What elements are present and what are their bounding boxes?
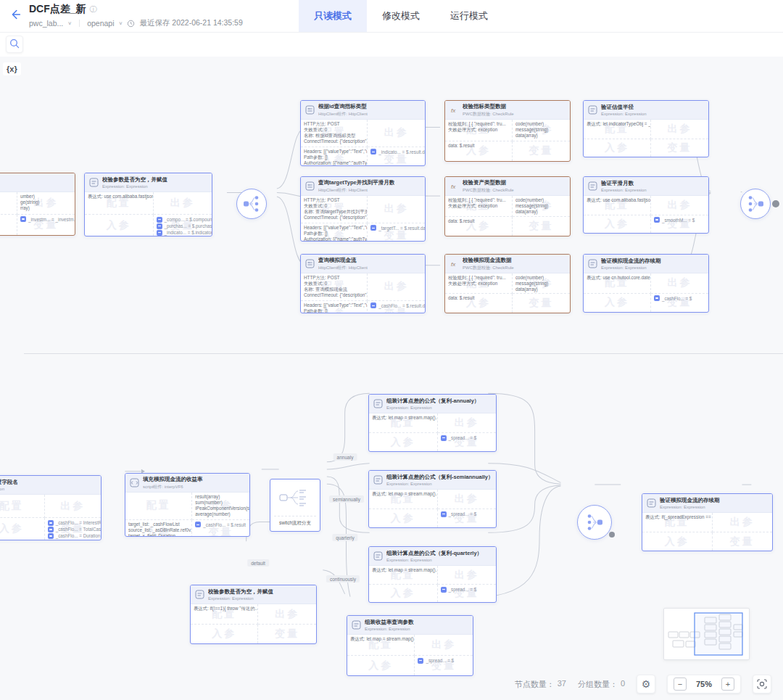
last-saved-text: 最近保存 2022-06-21 14:35:59 bbox=[139, 18, 242, 28]
flow-node-partial-top-left[interactable]: fx 配置出参umber)ge(string)rray)入参变量_investm… bbox=[0, 173, 75, 236]
settings-button[interactable]: ⚙ bbox=[637, 675, 655, 693]
zoom-control: − 75% + bbox=[667, 675, 741, 693]
node-cell-bl: 入参 bbox=[85, 215, 154, 236]
node-cell-tl: 配置表达式: let indicatorTypeObj = _i... bbox=[584, 120, 651, 139]
variable-row: _spread... = $ bbox=[418, 657, 470, 664]
watermark-label: 入参 bbox=[369, 585, 437, 602]
node-config-line: 表达式: use cn.hutool.core.date... bbox=[587, 275, 647, 281]
tab-mode-2[interactable]: 运行模式 bbox=[435, 0, 503, 32]
node-title: 校验参数是否为空，并赋值 bbox=[102, 176, 167, 184]
minimap[interactable] bbox=[663, 608, 750, 660]
flow-node-check-params-top[interactable]: 校验参数是否为空，并赋值 Expression: Expression 配置表达… bbox=[84, 173, 212, 236]
node-cell-tr: 出参 bbox=[438, 490, 497, 509]
node-cell-tr: 出参 bbox=[713, 513, 772, 532]
tab-mode-0[interactable]: 只读模式 bbox=[299, 0, 367, 32]
flow-node-formula-semiannually[interactable]: 组装计算点差的公式（复利-semiannually） Expression: E… bbox=[368, 470, 497, 528]
flow-node-fill-yield[interactable]: 填充模拟现金流的收益率 script组件: interpVF6 配置出参resu… bbox=[125, 473, 250, 537]
header: DCF点差_新 ⓘ pwc_lab... ∨ openapi ∨ 最近保存 20… bbox=[0, 0, 783, 33]
node-header: fx 校验模拟现金流数据 PWC数据校验: CheckRule bbox=[445, 255, 570, 273]
workspace-select[interactable]: pwc_lab... bbox=[29, 19, 63, 28]
node-header: 填充模拟现金流的收益率 script组件: interpVF6 bbox=[125, 474, 249, 493]
gear-icon: ⚙ bbox=[642, 679, 651, 689]
flow-node-check-asset[interactable]: fx 校验资产类型数据 PWC数据校验: CheckRule 配置校验规则: [… bbox=[444, 176, 571, 236]
node-header: 验证平滑月数 Expression: Expression bbox=[584, 177, 708, 196]
flow-node-assemble-query[interactable]: 组装收益率查询参数 Expression: Expression 配置表达式: … bbox=[347, 615, 473, 676]
variable-chip-icon bbox=[195, 522, 201, 527]
node-cell-bl: 入参 bbox=[584, 139, 651, 157]
api-select[interactable]: openapi bbox=[87, 19, 114, 28]
tab-mode-1[interactable]: 修改模式 bbox=[367, 0, 435, 32]
node-header: 根据id查询指标类型 HttpClient组件: HttpClient bbox=[301, 101, 425, 120]
zoom-in-button[interactable]: + bbox=[721, 678, 734, 691]
flow-node-check-indicator[interactable]: fx 校验指标类型数据 PWC数据校验: CheckRule 配置校验规则: [… bbox=[444, 100, 571, 162]
flow-canvas[interactable]: {x} fx 配置出参umber)ge(string)rray)入参变量_inv… bbox=[0, 57, 783, 700]
variable-chip-icon bbox=[441, 435, 447, 441]
node-config-line: Headers: [{"valueType":"Text","n... bbox=[304, 302, 364, 308]
junction-split-top[interactable] bbox=[236, 189, 267, 219]
variables-panel-button[interactable]: {x} bbox=[3, 62, 21, 75]
node-config-line: ConnectTimeout: {"description"... bbox=[304, 292, 364, 298]
chevron-down-icon: ∨ bbox=[67, 20, 72, 25]
flow-node-check-simcashflow[interactable]: fx 校验模拟现金流数据 PWC数据校验: CheckRule 配置校验规则: … bbox=[444, 254, 571, 313]
flow-node-verify-smooth[interactable]: 验证平滑月数 Expression: Expression 配置表达式: use… bbox=[583, 176, 709, 234]
node-cell-br: 变量_spread... = $ bbox=[438, 509, 497, 527]
node-config-line: 失败处理方式: exception bbox=[448, 203, 509, 209]
node-header: 验证模拟现金流的存续期 Expression: Expression bbox=[584, 255, 708, 273]
flow-node-http-cashflow[interactable]: 查询模拟现金流 HttpClient组件: HttpClient 配置HTTP方… bbox=[300, 254, 426, 313]
watermark-label: 入参 bbox=[369, 433, 437, 451]
flow-node-verify-duration-bottom[interactable]: 验证模拟现金流的存续期 Expression: Expression 配置表达式… bbox=[642, 493, 773, 551]
variable-chip-icon bbox=[157, 230, 162, 236]
arrow-left-icon bbox=[8, 13, 22, 24]
watermark-label: 配置 bbox=[0, 192, 17, 214]
flow-node-http-indicator[interactable]: 根据id查询指标类型 HttpClient组件: HttpClient 配置HT… bbox=[300, 100, 426, 166]
flow-node-verify-duration-top[interactable]: 验证模拟现金流的存续期 Expression: Expression 配置表达式… bbox=[583, 254, 709, 313]
node-subtitle: HttpClient组件: HttpClient bbox=[318, 187, 394, 194]
node-subtitle: Expression: Expression bbox=[601, 112, 647, 116]
watermark-label: 变量 bbox=[513, 217, 570, 236]
fit-view-button[interactable] bbox=[753, 675, 771, 693]
node-cell-br: 变量_indicato... = $.result.data bbox=[368, 147, 425, 166]
node-cell-br: 变量_targetT... = $.result.data bbox=[368, 223, 425, 242]
node-header: 组装计算点差的公式（复利-semiannually） Expression: E… bbox=[369, 471, 496, 490]
junction-merge-bottom[interactable] bbox=[577, 505, 612, 540]
flow-node-check-params-bottom[interactable]: 校验参数是否为空，并赋值 Expression: Expression 配置表达… bbox=[190, 585, 317, 644]
node-config-line: target_list: _cashFlowList bbox=[128, 522, 188, 527]
node-config-line: HTTP方法: POST bbox=[304, 275, 364, 281]
node-config-line: target_x_field: Duration bbox=[128, 533, 188, 537]
variable-chip-icon bbox=[418, 658, 423, 664]
variable-chip-icon bbox=[48, 533, 54, 539]
node-cell-br: 变量_spread... = $ bbox=[438, 433, 497, 451]
node-subtitle: PWC数据校验: CheckRule bbox=[463, 111, 514, 118]
flow-node-partial-bottom-left[interactable]: 置字段名 sion 配置Rate =...出参入参变量_cashFlo... =… bbox=[0, 475, 102, 540]
node-header: 组装计算点差的公式（复利-quarterly） Expression: Expr… bbox=[369, 547, 496, 566]
node-count: 节点数量：37 bbox=[515, 679, 566, 690]
node-cell-tl: 配置表达式: let map = stream.map()... bbox=[347, 635, 415, 656]
flow-node-formula-annualy[interactable]: 组装计算点差的公式（复利-annualy） Expression: Expres… bbox=[368, 394, 497, 452]
flow-node-http-targettype[interactable]: 查询targetType并找到平滑月数 HttpClient组件: HttpCl… bbox=[300, 176, 426, 242]
info-icon[interactable]: ⓘ bbox=[90, 4, 97, 15]
node-cell-tl: 配置HTTP方法: POST失败重试: 0名称: 查询targetType并找到… bbox=[301, 196, 368, 223]
expression-icon bbox=[352, 620, 361, 630]
variable-row: _smoothM... = $ bbox=[654, 217, 705, 223]
junction-merge-top[interactable] bbox=[740, 189, 771, 219]
node-title: 组装收益率查询参数 bbox=[365, 619, 414, 626]
flow-node-verify-radius[interactable]: 验证估值半径 Expression: Expression 配置表达式: let… bbox=[583, 100, 709, 157]
edge-endpoint-dot bbox=[609, 532, 615, 538]
zoom-out-button[interactable]: − bbox=[674, 678, 687, 691]
flow-node-switch-branch[interactable]: switch流程分支 bbox=[270, 479, 320, 532]
watermark-label: 入参 bbox=[191, 625, 257, 643]
search-button[interactable] bbox=[6, 36, 23, 53]
watermark-label: 入参 bbox=[85, 215, 153, 236]
node-config-line: rray) bbox=[20, 205, 72, 211]
variable-row: _cashFlo... = InterestRate bbox=[48, 519, 98, 526]
flow-node-formula-quarterly[interactable]: 组装计算点差的公式（复利-quarterly） Expression: Expr… bbox=[368, 546, 497, 603]
variable-chip-icon bbox=[441, 587, 447, 593]
watermark-label: 出参 bbox=[368, 196, 425, 223]
node-cell-bl: 入参data: $.result bbox=[445, 141, 513, 161]
node-config-line: message(string) bbox=[515, 127, 567, 133]
node-cell-tl: 配置表达式: let map = stream.map()... bbox=[369, 413, 438, 433]
node-config-line: data: $.result bbox=[448, 218, 509, 224]
node-cell-tl: 配置Rate =... bbox=[0, 495, 45, 518]
node-cell-bl: 入参 bbox=[347, 656, 415, 675]
back-button[interactable] bbox=[7, 7, 23, 23]
